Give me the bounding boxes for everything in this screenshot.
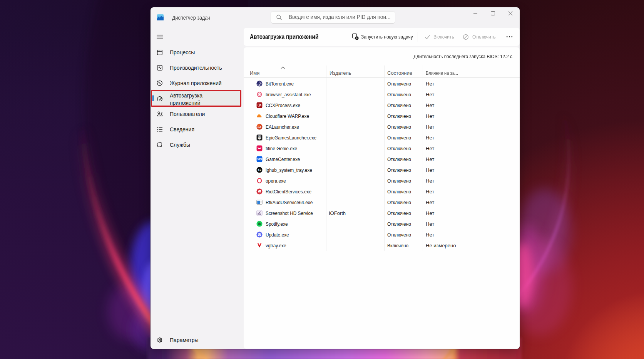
svg-text:GAMES: GAMES [258,137,261,139]
svg-text:EA: EA [258,126,261,128]
svg-text:G: G [258,168,261,172]
